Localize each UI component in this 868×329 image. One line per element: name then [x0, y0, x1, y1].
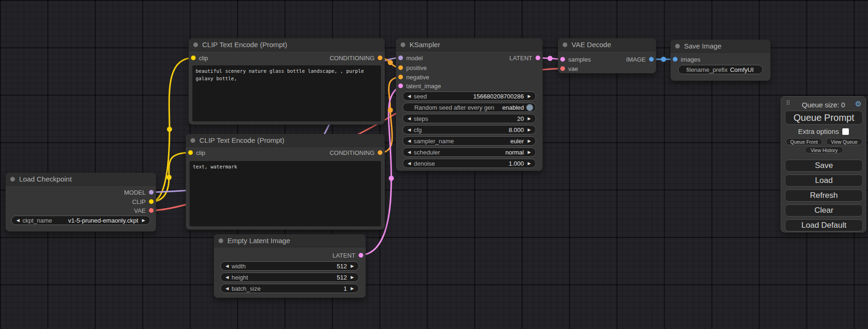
denoise-widget[interactable]: ◀ denoise 1.000 ▶: [402, 159, 536, 168]
queue-front-button[interactable]: Queue Front: [786, 138, 822, 145]
node-save-image-header[interactable]: Save Image: [670, 40, 770, 53]
node-empty-latent-header[interactable]: Empty Latent Image: [214, 234, 366, 247]
collapse-dot-icon[interactable]: [10, 177, 15, 182]
view-history-button[interactable]: View History: [805, 147, 843, 154]
batch-size-widget[interactable]: ◀ batch_size 1 ▶: [220, 284, 359, 293]
output-slot-clip: CLIP: [132, 198, 154, 205]
collapse-dot-icon[interactable]: [563, 42, 567, 47]
decrement-arrow-icon[interactable]: ◀: [224, 286, 230, 291]
prompt-textarea[interactable]: beautiful scenery nature glass bottle la…: [192, 65, 381, 121]
extra-options-checkbox[interactable]: [842, 128, 849, 135]
decrement-arrow-icon[interactable]: ◀: [224, 275, 230, 280]
sampler-name-widget[interactable]: ◀ sampler_name euler ▶: [402, 136, 536, 146]
increment-arrow-icon[interactable]: ▶: [526, 139, 532, 143]
comfyui-canvas[interactable]: { "icons": { "left_arrow": "◀", "right_a…: [0, 0, 868, 329]
filename-prefix-widget[interactable]: filename_prefix ComfyUI: [678, 65, 763, 74]
node-load-checkpoint-header[interactable]: Load Checkpoint: [6, 173, 156, 186]
increment-arrow-icon[interactable]: ▶: [349, 286, 355, 291]
collapse-dot-icon[interactable]: [219, 238, 223, 243]
output-slot-image: IMAGE: [626, 56, 654, 63]
model-slot-dot[interactable]: [149, 190, 154, 195]
output-slot-conditioning: CONDITIONING: [330, 149, 382, 156]
conditioning-slot-dot[interactable]: [378, 56, 382, 60]
conditioning-slot-dot[interactable]: [378, 150, 382, 155]
collapse-dot-icon[interactable]: [191, 138, 195, 143]
node-ksampler[interactable]: KSampler model positive negative latent_…: [396, 38, 543, 171]
load-button[interactable]: Load: [785, 175, 863, 187]
node-clip-text-encode-negative[interactable]: CLIP Text Encode (Prompt) clip CONDITION…: [186, 134, 385, 230]
node-vae-decode[interactable]: VAE Decode samples vae IMAGE: [558, 38, 656, 73]
input-slot-clip: clip: [188, 149, 205, 156]
node-empty-latent-image[interactable]: Empty Latent Image LATENT ◀ width 512 ▶ …: [214, 234, 366, 298]
steps-widget[interactable]: ◀ steps 20 ▶: [402, 114, 536, 123]
decrement-arrow-icon[interactable]: ◀: [406, 139, 412, 143]
node-ksampler-header[interactable]: KSampler: [396, 38, 543, 51]
conditioning-slot-dot[interactable]: [398, 75, 403, 79]
output-slot-vae: VAE: [134, 207, 154, 214]
increment-arrow-icon[interactable]: ▶: [141, 218, 147, 223]
widget-value: 156680208700286: [473, 93, 524, 100]
random-seed-toggle-widget[interactable]: Random seed after every gen enabled: [402, 103, 536, 112]
decrement-arrow-icon[interactable]: ◀: [406, 150, 412, 154]
decrement-arrow-icon[interactable]: ◀: [406, 161, 412, 166]
clear-button[interactable]: Clear: [785, 204, 863, 217]
widget-label: height: [232, 274, 248, 281]
vae-slot-dot[interactable]: [149, 208, 154, 213]
slot-label: VAE: [134, 207, 146, 214]
node-save-image[interactable]: Save Image images filename_prefix ComfyU…: [670, 40, 770, 81]
slot-label: images: [681, 56, 700, 63]
vae-slot-dot[interactable]: [560, 66, 565, 71]
image-slot-dot[interactable]: [673, 57, 677, 62]
node-clip-text-encode-positive[interactable]: CLIP Text Encode (Prompt) clip CONDITION…: [189, 38, 385, 125]
gear-icon[interactable]: ⚙: [855, 99, 861, 108]
node-clip-negative-header[interactable]: CLIP Text Encode (Prompt): [186, 134, 385, 147]
seed-widget[interactable]: ◀ seed 156680208700286 ▶: [402, 91, 536, 101]
toggle-icon[interactable]: [526, 104, 533, 111]
node-clip-positive-header[interactable]: CLIP Text Encode (Prompt): [189, 38, 385, 51]
height-widget[interactable]: ◀ height 512 ▶: [220, 273, 359, 282]
collapse-dot-icon[interactable]: [401, 42, 405, 47]
clip-slot-dot[interactable]: [149, 199, 154, 204]
ckpt-name-widget[interactable]: ◀ ckpt_name v1-5-pruned-emaonly.ckpt ▶: [11, 216, 150, 225]
clip-slot-dot[interactable]: [188, 150, 193, 155]
decrement-arrow-icon[interactable]: ◀: [224, 264, 230, 268]
slot-label: positive: [406, 64, 427, 71]
load-default-button[interactable]: Load Default: [785, 219, 863, 231]
clip-slot-dot[interactable]: [191, 56, 196, 60]
collapse-dot-icon[interactable]: [193, 42, 198, 47]
increment-arrow-icon[interactable]: ▶: [526, 116, 532, 121]
decrement-arrow-icon[interactable]: ◀: [406, 94, 412, 98]
latent-slot-dot[interactable]: [560, 57, 565, 62]
node-title: Empty Latent Image: [227, 237, 290, 245]
widget-value: 20: [517, 115, 524, 122]
input-slot-latent-image: latent_image: [398, 83, 441, 89]
save-button[interactable]: Save: [785, 160, 863, 172]
increment-arrow-icon[interactable]: ▶: [526, 127, 532, 132]
increment-arrow-icon[interactable]: ▶: [526, 161, 532, 166]
increment-arrow-icon[interactable]: ▶: [526, 150, 532, 154]
node-vae-decode-header[interactable]: VAE Decode: [558, 38, 656, 51]
collapse-dot-icon[interactable]: [675, 44, 680, 49]
increment-arrow-icon[interactable]: ▶: [349, 264, 355, 268]
slot-label: LATENT: [509, 55, 532, 62]
view-queue-button[interactable]: View Queue: [826, 138, 862, 145]
prompt-textarea[interactable]: text, watermark: [190, 161, 381, 226]
latent-slot-dot[interactable]: [398, 84, 403, 88]
queue-prompt-button[interactable]: Queue Prompt: [785, 111, 863, 125]
decrement-arrow-icon[interactable]: ◀: [406, 127, 412, 132]
width-widget[interactable]: ◀ width 512 ▶: [220, 261, 359, 271]
decrement-arrow-icon[interactable]: ◀: [406, 116, 412, 121]
cfg-widget[interactable]: ◀ cfg 8.000 ▶: [402, 125, 536, 134]
node-title: Save Image: [684, 42, 721, 50]
increment-arrow-icon[interactable]: ▶: [526, 94, 532, 98]
scheduler-widget[interactable]: ◀ scheduler normal ▶: [402, 147, 536, 157]
model-slot-dot[interactable]: [398, 56, 403, 60]
decrement-arrow-icon[interactable]: ◀: [15, 218, 21, 223]
refresh-button[interactable]: Refresh: [785, 189, 863, 202]
conditioning-slot-dot[interactable]: [398, 65, 403, 70]
image-slot-dot[interactable]: [649, 57, 654, 62]
node-load-checkpoint[interactable]: Load Checkpoint MODEL CLIP VAE ◀ ckpt_na…: [6, 173, 156, 231]
latent-slot-dot[interactable]: [359, 253, 363, 258]
latent-slot-dot[interactable]: [536, 56, 540, 60]
increment-arrow-icon[interactable]: ▶: [349, 275, 355, 280]
